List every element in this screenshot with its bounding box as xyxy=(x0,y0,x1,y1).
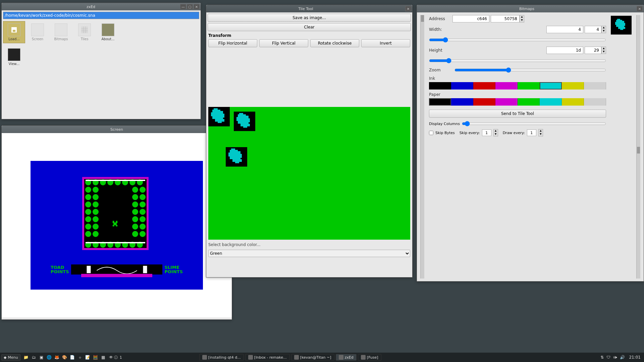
text-icon[interactable]: 📄 xyxy=(69,354,75,360)
svg-point-46 xyxy=(140,231,146,237)
tile-canvas[interactable] xyxy=(208,107,410,240)
ink-swatch-2[interactable] xyxy=(473,82,495,89)
paper-swatch-7[interactable] xyxy=(584,98,606,106)
paper-swatch-4[interactable] xyxy=(518,98,540,106)
width-slider[interactable] xyxy=(429,37,606,43)
tile-tool-titlebar[interactable]: Tile Tool ✕ xyxy=(206,5,412,12)
paper-swatch-5[interactable] xyxy=(540,98,562,106)
screen-window[interactable]: Screen xyxy=(1,125,232,320)
files-icon[interactable]: 📁 xyxy=(23,354,29,360)
skip-every-field[interactable] xyxy=(482,129,491,136)
clear-button[interactable]: Clear xyxy=(208,23,411,31)
zxed-window[interactable]: zxEd — ▢ ✕ Load... Screen Bitmaps Tiles xyxy=(1,3,201,119)
firefox-icon[interactable]: 🦊 xyxy=(54,354,60,360)
gimp-icon[interactable]: 🎨 xyxy=(62,354,68,360)
width-hex-field[interactable] xyxy=(546,26,583,33)
clock[interactable]: 21:01 xyxy=(629,355,641,360)
screen-button[interactable]: Screen xyxy=(26,21,49,43)
ink-swatch-1[interactable] xyxy=(451,82,473,89)
draw-every-field[interactable] xyxy=(527,129,536,136)
address-label: Address xyxy=(429,16,452,21)
address-hex-field[interactable] xyxy=(452,15,489,22)
address-stepper[interactable]: ▲▼ xyxy=(520,15,524,22)
close-button[interactable]: ✕ xyxy=(194,4,200,9)
flip-horizontal-button[interactable]: Flip Horizontal xyxy=(208,39,257,47)
draw-every-label: Draw every: xyxy=(503,131,525,135)
ink-swatch-4[interactable] xyxy=(518,82,540,89)
save-as-image-button[interactable]: Save as image... xyxy=(208,14,411,22)
rotate-clockwise-button[interactable]: Rotate clockwise xyxy=(310,39,359,47)
zoom-slider[interactable] xyxy=(454,67,606,73)
task--installing-qt4-d-[interactable]: [installing qt4 d... xyxy=(199,354,244,361)
screen-titlebar[interactable]: Screen xyxy=(2,126,232,133)
menu-button[interactable]: ◆ Menu xyxy=(1,354,20,361)
svg-point-36 xyxy=(132,209,138,215)
paper-swatch-0[interactable] xyxy=(429,98,451,106)
code-icon[interactable]: ⟐ xyxy=(77,354,83,360)
invert-button[interactable]: Invert xyxy=(361,39,410,47)
app-icon[interactable]: ▦ xyxy=(100,354,106,360)
ink-swatch-7[interactable] xyxy=(584,82,606,89)
ink-swatch-6[interactable] xyxy=(562,82,584,89)
svg-point-27 xyxy=(93,194,99,200)
calc-icon[interactable]: 🧮 xyxy=(93,354,99,360)
scrollbar-right[interactable] xyxy=(636,15,640,279)
folder-icon[interactable]: 🗂 xyxy=(31,354,37,360)
network-icon[interactable]: ⇅ xyxy=(600,355,604,360)
file-path-field[interactable] xyxy=(3,12,199,19)
sprite-3[interactable] xyxy=(226,147,247,167)
ink-swatch-3[interactable] xyxy=(495,82,518,89)
bluetooth-icon[interactable]: 🕪 xyxy=(613,355,617,360)
about-button[interactable]: About... xyxy=(97,21,119,43)
tile-tool-window[interactable]: Tile Tool ✕ Save as image... Clear Trans… xyxy=(206,5,413,278)
width-stepper[interactable]: ▲▼ xyxy=(601,26,606,33)
send-to-tile-tool-button[interactable]: Send to Tile Tool xyxy=(429,110,606,118)
close-button[interactable]: ✕ xyxy=(405,6,411,11)
task--fuse-[interactable]: [Fuse] xyxy=(358,354,381,361)
bitmaps-button[interactable]: Bitmaps xyxy=(50,21,72,43)
ink-swatch-5[interactable] xyxy=(540,82,562,89)
browser-icon[interactable]: 🌐 xyxy=(46,354,52,360)
ink-swatch-0[interactable] xyxy=(429,82,451,89)
skip-bytes-checkbox[interactable] xyxy=(429,131,433,135)
workspace-badge[interactable]: 1 xyxy=(120,355,122,360)
display-columns-slider[interactable] xyxy=(462,121,606,126)
width-dec-field[interactable] xyxy=(585,26,601,33)
zxed-titlebar[interactable]: zxEd — ▢ ✕ xyxy=(2,3,201,10)
bitmaps-window[interactable]: Bitmaps ✕ Address ▲▼ Width: ▲▼ Height xyxy=(417,5,644,282)
paper-swatch-6[interactable] xyxy=(562,98,584,106)
minimize-button[interactable]: — xyxy=(180,4,186,9)
close-button[interactable]: ✕ xyxy=(637,6,643,11)
eye-icon[interactable]: 👁 xyxy=(108,354,114,360)
tiles-button[interactable]: Tiles xyxy=(73,21,96,43)
draw-every-stepper[interactable]: ▲▼ xyxy=(538,129,543,136)
height-hex-field[interactable] xyxy=(546,47,583,54)
notification-icon[interactable]: ⓘ xyxy=(114,355,118,360)
height-stepper[interactable]: ▲▼ xyxy=(601,47,606,54)
paper-swatch-3[interactable] xyxy=(495,98,518,106)
sprite-2[interactable] xyxy=(234,112,255,131)
svg-point-34 xyxy=(132,194,138,200)
skip-every-stepper[interactable]: ▲▼ xyxy=(493,129,498,136)
load-button[interactable]: Load... xyxy=(3,21,25,43)
update-icon[interactable]: 🛡 xyxy=(606,355,610,360)
height-slider[interactable] xyxy=(429,58,606,63)
sprite-1[interactable] xyxy=(208,107,230,126)
paper-swatch-2[interactable] xyxy=(473,98,495,106)
bitmaps-titlebar[interactable]: Bitmaps ✕ xyxy=(417,5,644,12)
ink-label: Ink xyxy=(429,76,606,81)
note-icon[interactable]: 📝 xyxy=(85,354,91,360)
terminal-icon[interactable]: ▣ xyxy=(39,354,45,360)
height-dec-field[interactable] xyxy=(585,47,601,54)
bg-color-select[interactable]: Green xyxy=(208,250,410,257)
address-dec-field[interactable] xyxy=(491,15,520,22)
task-zxed[interactable]: zxEd xyxy=(336,354,357,361)
task--kevan-titan-[interactable]: [kevan@Titan ~] xyxy=(291,354,334,361)
volume-icon[interactable]: 🔊 xyxy=(620,355,625,360)
paper-swatch-1[interactable] xyxy=(451,98,473,106)
view-button[interactable]: View... xyxy=(3,46,25,68)
task--inbox-remake-[interactable]: [Inbox - remake... xyxy=(245,354,290,361)
flip-vertical-button[interactable]: Flip Vertical xyxy=(259,39,308,47)
scrollbar-left[interactable] xyxy=(420,15,424,279)
maximize-button[interactable]: ▢ xyxy=(187,4,193,9)
